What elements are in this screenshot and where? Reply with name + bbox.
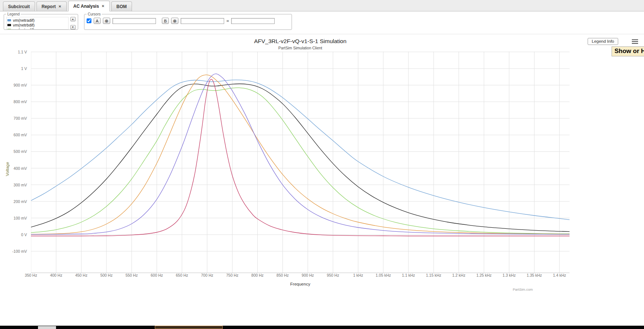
plot-area[interactable]: [31, 52, 570, 273]
y-tick-label: 400 mV: [0, 166, 29, 171]
y-tick-label: 1.1 V: [0, 50, 29, 54]
show-hide-tooltip: Show or H: [612, 46, 644, 56]
legend-item-label: vm(netrbdif): [13, 23, 35, 27]
bottom-bar: [0, 326, 644, 329]
cursors-equals-label: =: [226, 18, 229, 24]
legend-item-label: vm(netradif): [13, 18, 35, 22]
cursors-enable-checkbox[interactable]: [87, 18, 91, 23]
tab-ac-analysis[interactable]: AC Analysis ✕: [68, 1, 110, 11]
scroll-up-button[interactable]: ▲: [70, 17, 76, 21]
y-tick-label: 100 mV: [0, 216, 29, 220]
legend-info-button[interactable]: Legend Info: [588, 38, 618, 45]
legend-scrollbar: ▲ ▼: [70, 17, 76, 29]
bottom-bar-segment-light[interactable]: [38, 326, 56, 329]
series-path-vm(netradif): [31, 80, 570, 220]
y-tick-label: 800 mV: [0, 99, 29, 104]
y-tick-label: 200 mV: [0, 199, 29, 204]
series-path: [31, 79, 570, 236]
chart-subtitle: PartSim Simulation Client: [31, 46, 570, 50]
series-path: [31, 75, 570, 234]
series-path-vm(netrcdif): [31, 88, 570, 234]
close-icon[interactable]: ✕: [101, 4, 104, 8]
watermark: PartSim.com: [513, 287, 533, 291]
tab-bom[interactable]: BOM: [111, 1, 132, 11]
y-tick-label: -100 mV: [0, 249, 29, 253]
bottom-bar-segment-highlight[interactable]: [155, 326, 223, 329]
x-tick-label: 1.4 kHz: [545, 273, 574, 277]
cursors-panel: Cursors A ⊗ B ⊗ =: [84, 12, 292, 30]
cursor-b-button[interactable]: B: [162, 18, 169, 24]
cursors-panel-title: Cursors: [87, 12, 102, 16]
cursor-b-remove-icon[interactable]: ⊗: [171, 18, 178, 24]
y-tick-label: 300 mV: [0, 183, 29, 187]
tab-bar: Subcircuit Report ✕ AC Analysis ✕ BOM: [0, 0, 644, 11]
y-tick-label: 900 mV: [0, 83, 29, 87]
cursor-b-input[interactable]: [181, 18, 224, 24]
legend-swatch: [7, 29, 11, 30]
tab-label: Report: [42, 4, 56, 9]
y-tick-label: 500 mV: [0, 149, 29, 154]
legend-swatch: [7, 24, 11, 26]
legend-swatch: [7, 19, 11, 21]
y-tick-label: 600 mV: [0, 133, 29, 137]
tab-label: AC Analysis: [73, 4, 99, 9]
cursor-a-remove-icon[interactable]: ⊗: [103, 18, 110, 24]
chart-region: AFV_3RL-v2F-vQ-v1-S-1 Simulation PartSim…: [0, 34, 644, 326]
toolbar: Legend vm(netradif)vm(netrbdif)vm(netrcd…: [0, 11, 644, 34]
y-tick-label: 1 V: [0, 66, 29, 71]
chart-title: AFV_3RL-v2F-vQ-v1-S-1 Simulation: [31, 38, 570, 45]
x-axis-label: Frequency: [31, 282, 570, 286]
legend-item[interactable]: vm(netradif): [7, 18, 67, 22]
hamburger-menu-icon[interactable]: [632, 39, 638, 44]
cursor-a-button[interactable]: A: [94, 18, 101, 24]
cursor-a-input[interactable]: [112, 18, 156, 24]
y-tick-label: 700 mV: [0, 116, 29, 120]
tab-label: BOM: [116, 4, 127, 9]
legend-item[interactable]: vm(netrbdif): [7, 22, 67, 27]
series-path: [31, 74, 570, 234]
close-icon[interactable]: ✕: [58, 5, 61, 8]
tab-subcircuit[interactable]: Subcircuit: [3, 1, 35, 11]
scroll-down-button[interactable]: ▼: [70, 25, 76, 29]
tab-label: Subcircuit: [8, 4, 30, 9]
series-path-vm(netrbdif): [31, 84, 570, 231]
legend-item[interactable]: vm(netrcdif): [7, 27, 67, 29]
legend-list: vm(netradif)vm(netrbdif)vm(netrcdif): [6, 17, 69, 29]
tab-report[interactable]: Report ✕: [36, 1, 67, 11]
legend-item-label: vm(netrcdif): [13, 28, 34, 30]
legend-panel-title: Legend: [6, 12, 21, 16]
cursor-result-input[interactable]: [231, 18, 275, 24]
y-tick-label: 0 V: [0, 232, 29, 237]
legend-panel: Legend vm(netradif)vm(netrbdif)vm(netrcd…: [4, 12, 78, 30]
